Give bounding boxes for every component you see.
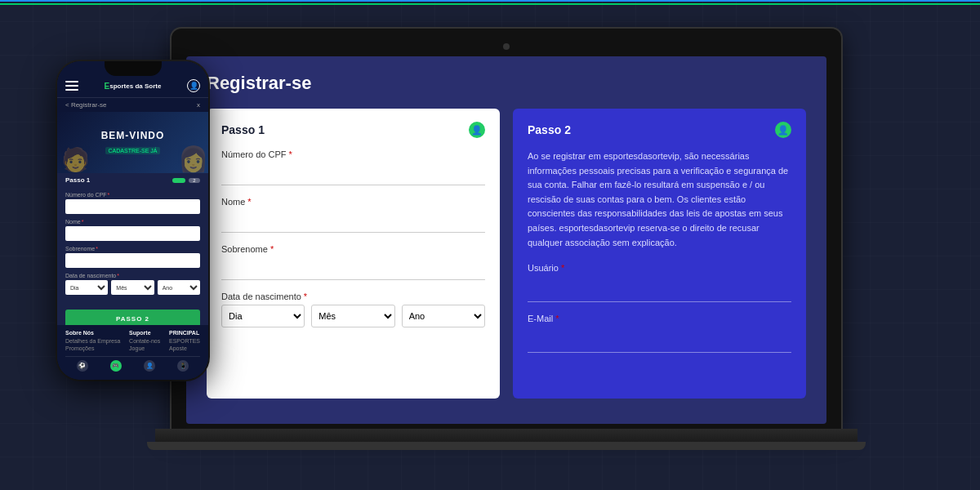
email-label: E-Mail * xyxy=(528,314,791,323)
phone-user-icon[interactable]: 👤 xyxy=(187,79,200,92)
phone-close-button[interactable]: x xyxy=(197,101,200,109)
nome-required: * xyxy=(247,197,251,207)
phone-dob-ano[interactable]: Ano xyxy=(158,280,200,295)
phone-banner: 🧑 BEM-VINDO CADASTRE-SE JÁ 👩 xyxy=(57,112,208,173)
scene: Registrar-se Passo 1 👤 Número do CPF xyxy=(41,12,939,478)
phone-nome-label: Nome * xyxy=(65,219,200,225)
phone: E sportes da Sorte 👤 < Registrar-se x 🧑 … xyxy=(57,61,208,380)
phone-bottom-icon-4: 📱 xyxy=(177,360,189,372)
email-field: E-Mail * xyxy=(528,314,791,353)
laptop-hinge xyxy=(147,442,866,450)
nome-input[interactable] xyxy=(221,210,485,233)
logo-e: E xyxy=(105,82,110,91)
phone-screen: E sportes da Sorte 👤 < Registrar-se x 🧑 … xyxy=(57,61,208,380)
laptop-screen-border: Registrar-se Passo 1 👤 Número do CPF xyxy=(172,29,841,429)
cpf-input[interactable] xyxy=(221,163,485,185)
dob-ano-select[interactable]: Ano xyxy=(402,305,485,327)
step2-title: Passo 2 xyxy=(528,123,571,136)
cpf-field: Número do CPF * xyxy=(221,149,485,185)
phone-bottom-nav: ⚽ 🎮 👤 📱 xyxy=(65,356,200,375)
phone-bottom-icon-2: 🎮 xyxy=(110,360,122,372)
phone-footer-col3: PRINCIPAL ESPORTES Aposte xyxy=(169,330,200,353)
dob-dia-select[interactable]: Dia xyxy=(221,305,305,327)
phone-bottom-item-1[interactable]: ⚽ xyxy=(77,360,88,372)
banner-cta: CADASTRE-SE JÁ xyxy=(105,147,161,154)
nome-label: Nome * xyxy=(221,197,485,207)
phone-bottom-icon-3: 👤 xyxy=(144,360,155,372)
usuario-input[interactable] xyxy=(528,279,791,302)
banner-figure-right: 👩 xyxy=(178,145,208,173)
phone-banner-text: BEM-VINDO CADASTRE-SE JÁ xyxy=(101,130,165,156)
phone-nome-input[interactable] xyxy=(65,226,200,241)
phone-step-dots: 2 xyxy=(172,178,200,183)
laptop-page-title: Registrar-se xyxy=(207,73,806,94)
dob-mes-select[interactable]: Mês xyxy=(311,305,394,327)
dob-required: * xyxy=(304,292,307,301)
form-steps: Passo 1 👤 Número do CPF * xyxy=(207,109,806,399)
step1-title: Passo 1 xyxy=(221,123,265,136)
usuario-required: * xyxy=(561,263,564,273)
step2-person-icon: 👤 xyxy=(775,122,791,138)
phone-step-label: Passo 1 xyxy=(65,176,90,184)
usuario-label: Usuário * xyxy=(528,263,791,273)
step2-header: Passo 2 👤 xyxy=(528,122,791,138)
phone-footer-col2: Suporte Contate-nos Jogue xyxy=(129,330,160,353)
phone-dob-dia[interactable]: Dia xyxy=(65,280,108,295)
phone-form: Número do CPF * Nome * Sobrenome * xyxy=(57,187,208,305)
phone-bottom-item-4[interactable]: 📱 xyxy=(177,360,189,372)
step1-panel: Passo 1 👤 Número do CPF * xyxy=(207,109,500,399)
phone-steps-indicator: Passo 1 2 xyxy=(57,173,208,187)
usuario-field: Usuário * xyxy=(528,263,791,302)
accent-line-green xyxy=(0,3,980,5)
laptop-camera xyxy=(503,43,510,50)
phone-footer-col1: Sobre Nós Detalhes da Empresa Promoções xyxy=(65,330,120,353)
step-dot-2: 2 xyxy=(189,178,200,183)
phone-footer-cols: Sobre Nós Detalhes da Empresa Promoções … xyxy=(65,330,200,353)
nome-field: Nome * xyxy=(221,197,485,233)
banner-welcome: BEM-VINDO xyxy=(101,130,165,141)
sobrenome-label: Sobrenome * xyxy=(221,244,485,254)
phone-dob-row: Dia Mês Ano xyxy=(65,280,200,295)
sobrenome-required: * xyxy=(270,244,274,254)
laptop-screen: Registrar-se Passo 1 👤 Número do CPF xyxy=(186,56,826,424)
step2-description: Ao se registrar em esportesdasortevip, s… xyxy=(528,149,791,250)
laptop-content: Registrar-se Passo 1 👤 Número do CPF xyxy=(186,56,826,424)
phone-sobrenome-input[interactable] xyxy=(65,253,200,268)
phone-notch xyxy=(105,61,162,76)
step-dot-1 xyxy=(172,178,185,183)
step1-person-icon: 👤 xyxy=(469,122,485,138)
phone-bottom-icon-1: ⚽ xyxy=(77,360,88,372)
dob-row: Dia Mês Ano xyxy=(221,305,485,327)
phone-back-link[interactable]: < Registrar-se xyxy=(65,101,106,109)
email-input[interactable] xyxy=(528,330,791,353)
phone-dob-mes[interactable]: Mês xyxy=(111,280,154,295)
accent-line-blue xyxy=(0,0,980,2)
phone-sobrenome-label: Sobrenome * xyxy=(65,246,200,252)
phone-bottom-item-3[interactable]: 👤 xyxy=(144,360,155,372)
laptop: Registrar-se Passo 1 👤 Número do CPF xyxy=(172,29,866,453)
cpf-required: * xyxy=(288,149,292,159)
dob-label: Data de nascimento * xyxy=(221,292,485,301)
phone-bottom-item-2[interactable]: 🎮 xyxy=(110,360,122,372)
step2-panel: Passo 2 👤 Ao se registrar em esportesdas… xyxy=(513,109,806,399)
phone-dob-field: Data de nascimento * Dia Mês Ano xyxy=(65,273,200,295)
phone-sobrenome-field: Sobrenome * xyxy=(65,246,200,268)
sobrenome-field: Sobrenome * xyxy=(221,244,485,280)
phone-cpf-label: Número do CPF * xyxy=(65,192,200,198)
sobrenome-input[interactable] xyxy=(221,257,485,280)
phone-footer: Sobre Nós Detalhes da Empresa Promoções … xyxy=(57,325,208,380)
phone-nome-field: Nome * xyxy=(65,219,200,241)
banner-figure-left: 🧑 xyxy=(61,146,90,173)
phone-dob-label: Data de nascimento * xyxy=(65,273,200,278)
phone-subnav: < Registrar-se x xyxy=(57,97,208,112)
dob-field: Data de nascimento * Dia Mês xyxy=(221,292,485,327)
phone-cpf-input[interactable] xyxy=(65,199,200,214)
email-required: * xyxy=(555,314,559,323)
phone-cpf-field: Número do CPF * xyxy=(65,192,200,214)
cpf-label: Número do CPF * xyxy=(221,149,485,159)
phone-logo: E sportes da Sorte xyxy=(105,82,162,91)
accent-lines xyxy=(0,0,980,5)
step1-header: Passo 1 👤 xyxy=(221,122,485,138)
hamburger-icon[interactable] xyxy=(65,81,78,91)
